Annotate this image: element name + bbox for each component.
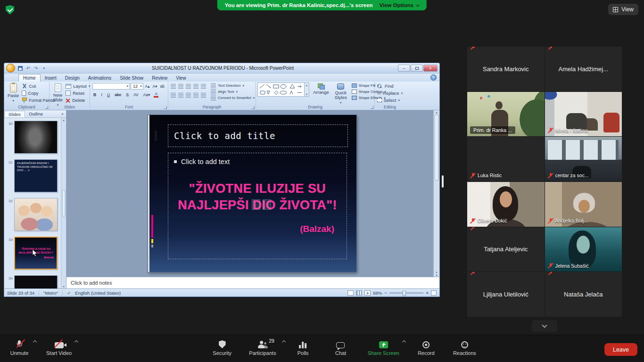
participant-tile[interactable]: Amela Hadžimej... (545, 47, 622, 91)
clipboard-dialog-launcher[interactable] (45, 106, 48, 109)
shapes-scroll-up[interactable]: ▴ (306, 83, 307, 87)
start-video-button[interactable]: Start Video (46, 339, 72, 356)
participant-tile[interactable]: centar za soc... (545, 137, 622, 181)
qat-customize-button[interactable]: ▾ (41, 65, 48, 72)
view-options-button[interactable]: View Options (380, 2, 420, 8)
unmute-button[interactable]: Unmute (8, 339, 30, 356)
previous-slide-button[interactable]: ▴ (436, 270, 437, 273)
panel-tab-slides[interactable]: Slides (4, 111, 25, 117)
zoom-slider-thumb[interactable] (403, 291, 406, 296)
participant-tile[interactable]: Ljiljana Uletilović (467, 272, 545, 317)
new-slide-button[interactable]: New Slide ▾ (51, 82, 65, 107)
powerpoint-titlebar[interactable]: ↶ ↷ ▾ SUICIDALNOST U RAZVOJNOM PERIODU -… (4, 63, 439, 74)
shapes-scroll-down[interactable]: ▾ (306, 92, 307, 96)
text-direction-button[interactable]: Text Direction▾ (210, 82, 256, 89)
align-text-button[interactable]: Align Text▾ (210, 89, 256, 95)
increase-indent-button[interactable] (193, 84, 198, 89)
thumbnail-slide-30[interactable]: 30 (7, 121, 58, 154)
participants-options-chevron[interactable] (282, 340, 286, 344)
tab-review[interactable]: Review (148, 74, 172, 82)
slideshow-view-button[interactable] (364, 290, 371, 296)
paste-button[interactable]: Paste ▾ (6, 82, 21, 103)
bullets-button[interactable] (171, 84, 176, 89)
minimize-button[interactable]: – (398, 65, 410, 72)
panel-scrollbar[interactable]: ▴ ▾ (61, 118, 66, 288)
share-screen-button[interactable]: Share Screen (368, 339, 399, 356)
notes-pane[interactable]: Click to add notes (66, 277, 439, 288)
change-case-button[interactable]: Aa▾ (142, 92, 151, 97)
save-button[interactable] (17, 65, 24, 72)
panel-scroll-down[interactable]: ▾ (63, 285, 64, 288)
shrink-font-button[interactable]: A▾ (152, 84, 158, 89)
title-placeholder[interactable]: Click to add title (168, 124, 348, 147)
replace-button[interactable]: abReplace▾ (376, 90, 404, 97)
strikethrough-button[interactable]: abe (114, 92, 122, 97)
delete-button[interactable]: Delete (65, 97, 91, 104)
participants-button[interactable]: 29 Participants (249, 339, 276, 356)
participant-tile[interactable]: Sandra Markovic (467, 47, 545, 91)
quick-styles-button[interactable]: Quick Styles ▾ (333, 82, 349, 105)
editor-scroll-up[interactable]: ▴ (436, 110, 437, 114)
audio-options-chevron[interactable] (33, 340, 37, 344)
underline-button[interactable]: U (106, 92, 111, 97)
paragraph-dialog-launcher[interactable] (252, 106, 255, 109)
grow-font-button[interactable]: A▴ (144, 84, 151, 89)
character-spacing-button[interactable]: AV (132, 92, 140, 97)
normal-view-button[interactable] (347, 290, 354, 296)
participant-tile[interactable]: Jelena Subašić (545, 227, 622, 272)
tab-animations[interactable]: Animations (84, 74, 116, 82)
line-spacing-button[interactable] (201, 84, 206, 89)
participant-tile-active-speaker[interactable]: Prim. dr Ranka ... (467, 92, 545, 137)
font-color-button[interactable]: A (154, 91, 158, 98)
view-button[interactable]: View (608, 4, 638, 15)
next-slide-button[interactable]: ▾ (436, 273, 437, 277)
security-button[interactable]: Security (211, 339, 233, 356)
justify-button[interactable] (193, 93, 198, 98)
arrange-button[interactable]: Arrange (311, 82, 331, 96)
participant-tile[interactable]: Olivera Đokić (467, 182, 545, 227)
decrease-indent-button[interactable] (186, 84, 191, 89)
editor-scroll-thumb[interactable] (435, 115, 439, 181)
align-center-button[interactable] (178, 93, 183, 98)
chat-button[interactable]: Chat (330, 339, 352, 356)
participant-tile[interactable]: Nataša Jelača (545, 272, 622, 317)
thumbnail-slide-32[interactable]: 32 (7, 198, 58, 231)
spellcheck-icon[interactable]: ✓ (67, 290, 71, 296)
leave-button[interactable]: Leave (604, 343, 637, 356)
tab-view[interactable]: View (172, 74, 190, 82)
font-size-combobox[interactable]: 12▾ (131, 83, 143, 90)
undo-button[interactable]: ↶ (25, 65, 32, 72)
participant-tile[interactable]: Mirela i Sabina (545, 92, 622, 137)
zoom-in-button[interactable]: + (426, 290, 429, 296)
panel-scroll-thumb[interactable] (62, 190, 66, 216)
panel-scroll-up[interactable]: ▴ (63, 118, 64, 122)
thumbnail-slide-31[interactable]: 31 ZAJEDNIČKIM RADOM I TRUDOM OMOGUĆIMO … (7, 159, 58, 192)
help-button[interactable]: ? (430, 74, 437, 81)
thumbnail-slide-34[interactable]: 34 (7, 275, 58, 288)
language-indicator[interactable]: English (United States) (75, 290, 121, 296)
select-button[interactable]: Select▾ (376, 97, 404, 104)
participant-tile[interactable]: Luka Ristic (467, 137, 545, 181)
participant-tile[interactable]: Tatjana Ateljevic (467, 227, 545, 272)
reactions-button[interactable]: Reactions (453, 339, 476, 356)
bold-button[interactable]: B (92, 92, 97, 97)
align-left-button[interactable] (171, 93, 176, 98)
layout-button[interactable]: Layout▾ (65, 82, 91, 90)
close-button[interactable]: × (423, 65, 438, 72)
columns-button[interactable] (201, 93, 206, 98)
maximize-button[interactable] (411, 65, 423, 72)
numbering-button[interactable] (178, 84, 183, 89)
italic-button[interactable]: I (100, 92, 103, 97)
drawing-dialog-launcher[interactable] (371, 106, 373, 109)
slide-sorter-view-button[interactable] (356, 290, 362, 296)
panel-close-icon[interactable]: × (59, 112, 66, 116)
reset-button[interactable]: Reset (65, 90, 91, 97)
clear-formatting-button[interactable]: ab (159, 84, 165, 89)
shapes-gallery[interactable]: ▴▾ (257, 82, 309, 104)
redo-button[interactable]: ↷ (33, 65, 40, 72)
shapes-scrollbar[interactable]: ▴▾ (305, 82, 309, 97)
font-dialog-launcher[interactable] (164, 106, 167, 109)
zoom-out-button[interactable]: − (384, 290, 387, 296)
tab-insert[interactable]: Insert (41, 74, 61, 82)
fit-to-window-button[interactable] (431, 290, 437, 296)
